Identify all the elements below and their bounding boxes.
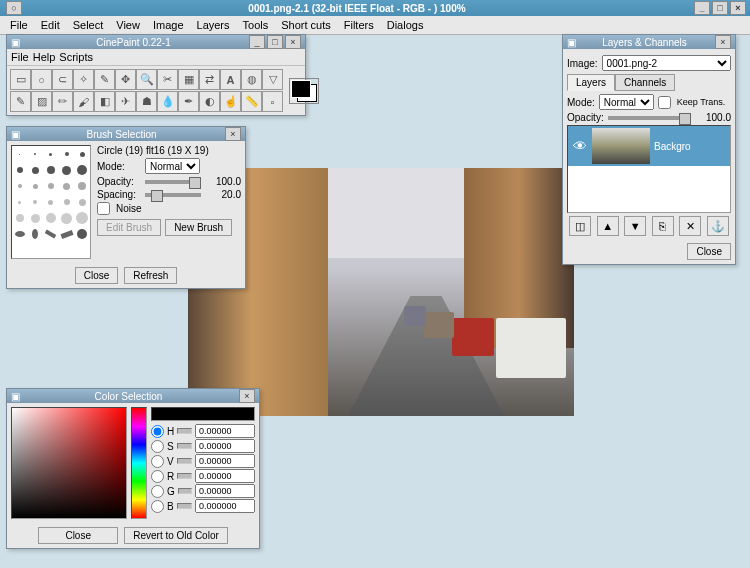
layers-close-button[interactable]: Close [687, 243, 731, 260]
value-b[interactable] [195, 499, 255, 513]
value-s[interactable] [195, 439, 255, 453]
menu-layers[interactable]: Layers [191, 17, 236, 33]
brush-list[interactable] [11, 145, 91, 259]
toolbox-close[interactable]: × [285, 35, 301, 49]
toolbox-menu-help[interactable]: Help [33, 51, 56, 63]
tool-convolve[interactable]: 💧 [157, 91, 178, 112]
slider-h[interactable] [177, 428, 192, 434]
tool-crop[interactable]: ✂ [157, 69, 178, 90]
tool-airbrush[interactable]: ✈ [115, 91, 136, 112]
color-close-x[interactable]: × [239, 389, 255, 403]
hsv-picker[interactable] [11, 407, 127, 519]
brush-opacity-slider[interactable] [145, 180, 201, 184]
noise-checkbox[interactable] [97, 202, 110, 215]
spacing-label: Spacing: [97, 189, 141, 200]
toolbox-min[interactable]: _ [249, 35, 265, 49]
image-select[interactable]: 0001.png-2 [602, 55, 731, 71]
menu-view[interactable]: View [110, 17, 146, 33]
tool-pencil[interactable]: ✏ [52, 91, 73, 112]
keep-trans-label: Keep Trans. [677, 97, 726, 107]
eye-icon[interactable]: 👁 [568, 126, 592, 166]
menu-dialogs[interactable]: Dialogs [381, 17, 430, 33]
menu-edit[interactable]: Edit [35, 17, 66, 33]
anchor-layer-button[interactable]: ⚓ [707, 216, 729, 236]
value-r[interactable] [195, 469, 255, 483]
tool-bezier[interactable]: ✎ [94, 69, 115, 90]
slider-g[interactable] [178, 488, 192, 494]
tool-brush[interactable]: 🖌 [73, 91, 94, 112]
tool-bucket[interactable]: ▽ [262, 69, 283, 90]
sysmenu-icon[interactable]: ○ [6, 1, 22, 15]
tool-zoom[interactable]: 🔍 [136, 69, 157, 90]
color-swatch[interactable] [289, 78, 319, 104]
hue-slider[interactable] [131, 407, 147, 519]
brush-refresh-button[interactable]: Refresh [124, 267, 177, 284]
layer-list[interactable]: 👁 Backgro [567, 125, 731, 213]
layers-mode-select[interactable]: Normal [599, 94, 654, 110]
slider-s[interactable] [177, 443, 192, 449]
menu-file[interactable]: File [4, 17, 34, 33]
lower-layer-button[interactable]: ▼ [624, 216, 646, 236]
tool-ellipse-select[interactable]: ○ [31, 69, 52, 90]
toolbox-max[interactable]: □ [267, 35, 283, 49]
value-v[interactable] [195, 454, 255, 468]
tool-transform[interactable]: ▦ [178, 69, 199, 90]
tab-channels[interactable]: Channels [615, 74, 675, 91]
layers-opacity-value: 100.0 [695, 112, 731, 123]
tool-flip[interactable]: ⇄ [199, 69, 220, 90]
color-close-button[interactable]: Close [38, 527, 118, 544]
tool-blend[interactable]: ▨ [31, 91, 52, 112]
menu-tools[interactable]: Tools [237, 17, 275, 33]
tool-extra[interactable]: ▫ [262, 91, 283, 112]
value-h[interactable] [195, 424, 255, 438]
radio-b[interactable] [151, 500, 164, 513]
keep-trans-checkbox[interactable] [658, 96, 671, 109]
tool-text[interactable]: A [220, 69, 241, 90]
revert-button[interactable]: Revert to Old Color [124, 527, 228, 544]
tool-ink[interactable]: ✒ [178, 91, 199, 112]
new-layer-button[interactable]: ◫ [569, 216, 591, 236]
brush-mode-select[interactable]: Normal [145, 158, 200, 174]
tool-smudge[interactable]: ☝ [220, 91, 241, 112]
close-button[interactable]: × [730, 1, 746, 15]
tool-eraser[interactable]: ◧ [94, 91, 115, 112]
tool-spray[interactable]: ◍ [241, 69, 262, 90]
radio-h[interactable] [151, 425, 164, 438]
tool-rect-select[interactable]: ▭ [10, 69, 31, 90]
tool-eyedropper[interactable]: ✎ [10, 91, 31, 112]
toolbox-menu-scripts[interactable]: Scripts [59, 51, 93, 63]
brush-close-x[interactable]: × [225, 127, 241, 141]
tool-wand[interactable]: ✧ [73, 69, 94, 90]
new-brush-button[interactable]: New Brush [165, 219, 232, 236]
slider-b[interactable] [177, 503, 192, 509]
radio-v[interactable] [151, 455, 164, 468]
menu-select[interactable]: Select [67, 17, 110, 33]
tool-clone[interactable]: ☗ [136, 91, 157, 112]
layers-close-x[interactable]: × [715, 35, 731, 49]
slider-v[interactable] [177, 458, 192, 464]
radio-g[interactable] [151, 485, 164, 498]
menu-shortcuts[interactable]: Short cuts [275, 17, 337, 33]
tool-dodge[interactable]: ◐ [199, 91, 220, 112]
tab-layers[interactable]: Layers [567, 74, 615, 91]
brush-spacing-slider[interactable] [145, 193, 201, 197]
maximize-button[interactable]: □ [712, 1, 728, 15]
menu-filters[interactable]: Filters [338, 17, 380, 33]
layers-opacity-slider[interactable] [608, 116, 691, 120]
radio-r[interactable] [151, 470, 164, 483]
toolbox-menu-file[interactable]: File [11, 51, 29, 63]
brush-close-button[interactable]: Close [75, 267, 119, 284]
minimize-button[interactable]: _ [694, 1, 710, 15]
delete-layer-button[interactable]: ✕ [679, 216, 701, 236]
tool-move[interactable]: ✥ [115, 69, 136, 90]
slider-r[interactable] [177, 473, 192, 479]
layer-item-background[interactable]: 👁 Backgro [568, 126, 730, 166]
raise-layer-button[interactable]: ▲ [597, 216, 619, 236]
duplicate-layer-button[interactable]: ⎘ [652, 216, 674, 236]
menu-image[interactable]: Image [147, 17, 190, 33]
radio-s[interactable] [151, 440, 164, 453]
tool-measure[interactable]: 📏 [241, 91, 262, 112]
value-g[interactable] [195, 484, 255, 498]
opacity-label: Opacity: [97, 176, 141, 187]
tool-lasso[interactable]: ⊂ [52, 69, 73, 90]
